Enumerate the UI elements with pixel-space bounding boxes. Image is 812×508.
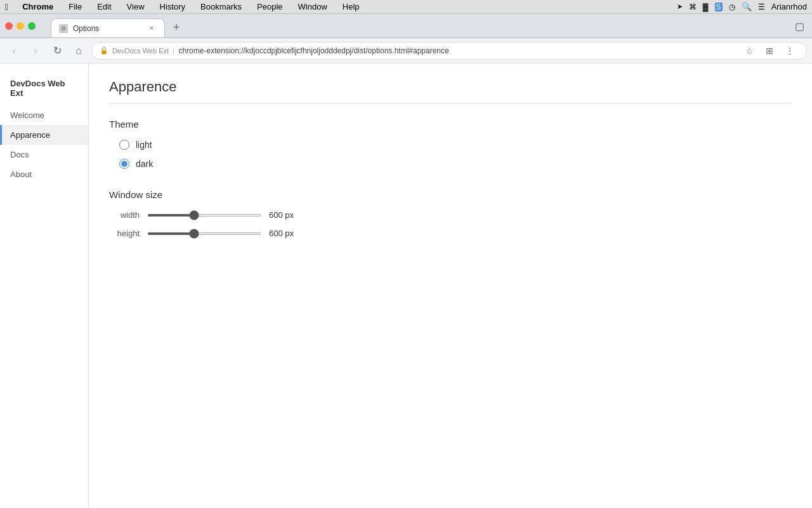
star-button[interactable]: ☆ bbox=[740, 42, 758, 60]
sidebar-item-about[interactable]: About bbox=[0, 164, 88, 184]
tabbar: ⚙ Options × + ▢ bbox=[0, 14, 812, 38]
tab-favicon: ⚙ bbox=[59, 24, 68, 33]
sidebar-item-docs[interactable]: Docs bbox=[0, 145, 88, 164]
height-label: height bbox=[109, 229, 140, 238]
theme-light-text: light bbox=[136, 140, 152, 150]
urlbar: ‹ › ↻ ⌂ 🔒 DevDocs Web Ext | chrome-exten… bbox=[0, 38, 812, 64]
traffic-light-fullscreen[interactable] bbox=[28, 22, 36, 30]
sidebar-app-title: DevDocs Web Ext bbox=[0, 74, 88, 103]
location-icon: ➤ bbox=[677, 3, 683, 11]
battery-icon: ▓ bbox=[703, 3, 709, 11]
window-size-title: Window size bbox=[109, 189, 792, 200]
menubar-chrome[interactable]: Chrome bbox=[20, 2, 56, 11]
menubar-history[interactable]: History bbox=[157, 2, 188, 11]
theme-light-radio[interactable] bbox=[119, 140, 129, 150]
menubar-window[interactable]: Window bbox=[296, 2, 330, 11]
user-name: Arianrhod bbox=[771, 2, 807, 11]
traffic-light-close[interactable] bbox=[5, 22, 13, 30]
window-size-section: Window size width 600 px height 600 px bbox=[109, 189, 792, 238]
theme-section: Theme light dark bbox=[109, 119, 792, 169]
browser-content: DevDocs Web Ext Welcome Apparence Docs A… bbox=[0, 64, 812, 508]
menubar-edit[interactable]: Edit bbox=[95, 2, 114, 11]
theme-light-label[interactable]: light bbox=[119, 140, 792, 150]
url-text: chrome-extension://kdjoccdpjblcefijcfhnj… bbox=[178, 46, 449, 55]
menubar-people[interactable]: People bbox=[254, 2, 285, 11]
extensions-button[interactable]: ⊞ bbox=[761, 42, 778, 60]
tab-label: Options bbox=[73, 24, 141, 33]
menubar-help[interactable]: Help bbox=[340, 2, 362, 11]
menubar-view[interactable]: View bbox=[124, 2, 147, 11]
page-title: Apparence bbox=[109, 79, 792, 104]
reload-button[interactable]: ↻ bbox=[48, 42, 66, 60]
menubar:  Chrome File Edit View History Bookmark… bbox=[0, 0, 812, 14]
height-slider[interactable] bbox=[147, 232, 261, 235]
search-menubar-icon[interactable]: 🔍 bbox=[742, 2, 752, 11]
width-slider-row: width 600 px bbox=[109, 210, 792, 220]
width-label: width bbox=[109, 210, 140, 220]
tab-bar-extensions-icon[interactable]: ▢ bbox=[792, 18, 807, 35]
theme-section-title: Theme bbox=[109, 119, 792, 130]
tab-close-button[interactable]: × bbox=[147, 23, 157, 34]
apple-menu-icon[interactable]:  bbox=[5, 2, 8, 12]
s-app-icon: S bbox=[715, 3, 723, 11]
url-actions: ☆ ⊞ ⋮ bbox=[740, 42, 799, 60]
url-separator: | bbox=[173, 46, 174, 55]
url-field[interactable]: 🔒 DevDocs Web Ext | chrome-extension://k… bbox=[91, 42, 807, 60]
url-source-label: DevDocs Web Ext bbox=[112, 47, 169, 55]
wifi-icon: ⌘ bbox=[689, 3, 697, 11]
width-slider[interactable] bbox=[147, 214, 261, 217]
height-slider-row: height 600 px bbox=[109, 229, 792, 238]
new-tab-button[interactable]: + bbox=[167, 18, 185, 36]
theme-radio-group: light dark bbox=[109, 140, 792, 169]
menu-lines-icon[interactable]: ☰ bbox=[758, 3, 765, 11]
clock-icon: ◷ bbox=[729, 3, 735, 11]
forward-button[interactable]: › bbox=[27, 42, 44, 60]
slider-group: width 600 px height 600 px bbox=[109, 210, 792, 238]
tab-options[interactable]: ⚙ Options × bbox=[51, 18, 165, 37]
lock-icon: 🔒 bbox=[100, 46, 108, 55]
sidebar-item-apparence[interactable]: Apparence bbox=[0, 125, 88, 145]
menubar-right-icons: ➤ ⌘ ▓ S ◷ 🔍 ☰ Arianrhod bbox=[677, 2, 807, 11]
width-value: 600 px bbox=[269, 210, 299, 220]
traffic-light-minimize[interactable] bbox=[16, 22, 24, 30]
menubar-bookmarks[interactable]: Bookmarks bbox=[198, 2, 244, 11]
home-button[interactable]: ⌂ bbox=[70, 42, 88, 60]
theme-dark-text: dark bbox=[136, 159, 153, 169]
theme-dark-label[interactable]: dark bbox=[119, 159, 792, 169]
back-button[interactable]: ‹ bbox=[5, 42, 23, 60]
chrome-menu-button[interactable]: ⋮ bbox=[781, 42, 799, 60]
main-content: Apparence Theme light dark Window size w… bbox=[89, 64, 812, 508]
tab-bar-right: ▢ bbox=[792, 18, 807, 35]
sidebar-item-welcome[interactable]: Welcome bbox=[0, 105, 88, 125]
height-value: 600 px bbox=[269, 229, 299, 238]
menubar-file[interactable]: File bbox=[66, 2, 84, 11]
theme-dark-radio[interactable] bbox=[119, 159, 129, 169]
sidebar: DevDocs Web Ext Welcome Apparence Docs A… bbox=[0, 64, 89, 508]
